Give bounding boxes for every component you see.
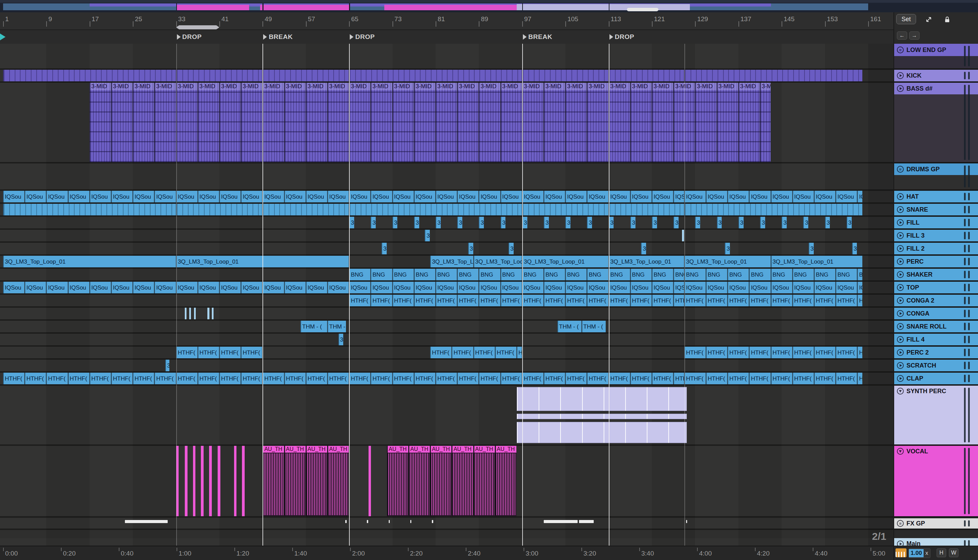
clip[interactable]: IQSou [68, 282, 89, 293]
clip[interactable] [189, 308, 191, 319]
clip[interactable]: THM - ( [582, 321, 606, 332]
clip[interactable]: HTHF( [814, 373, 835, 384]
clip[interactable]: HTHF( [836, 373, 857, 384]
clip[interactable]: HTHF( [706, 295, 727, 306]
clip[interactable]: HTHF( [90, 373, 111, 384]
clip[interactable]: IQSou [46, 191, 67, 202]
clip[interactable]: IQSou [609, 282, 630, 293]
clip[interactable]: 3-MID [652, 83, 673, 162]
clip[interactable] [522, 204, 609, 215]
clip[interactable]: 3 [501, 217, 506, 228]
clip[interactable]: BNG [393, 269, 414, 280]
clip[interactable]: IQSou [414, 191, 435, 202]
clip[interactable]: HTHF( [814, 347, 835, 358]
clip[interactable]: 3 [468, 243, 473, 254]
clip[interactable]: HTHF( [857, 347, 862, 358]
clip[interactable]: BNG [349, 269, 370, 280]
clip[interactable]: 3 [544, 217, 549, 228]
clip[interactable]: HTHF( [473, 347, 495, 358]
clip[interactable]: AU_TH [306, 446, 327, 516]
clip[interactable]: 3 [414, 217, 419, 228]
clip[interactable]: HTHF( [198, 373, 219, 384]
clip[interactable] [209, 446, 212, 516]
clip[interactable]: IQSou [68, 191, 89, 202]
clip[interactable]: 3 [457, 217, 462, 228]
clip[interactable]: BNG [706, 269, 727, 280]
clip[interactable]: IQSou [814, 282, 835, 293]
clip[interactable]: 3Q_LM3_Top_Loop_01 [609, 256, 684, 267]
clip[interactable] [349, 70, 522, 82]
clip[interactable]: HTHF( [219, 373, 241, 384]
clip[interactable]: 3-MID [371, 83, 392, 162]
track-header-synth-perc[interactable]: SYNTH PERC [894, 386, 978, 445]
clip[interactable]: IQSou [652, 191, 673, 202]
clip[interactable]: 3-MID [241, 83, 262, 162]
group-icon[interactable] [897, 520, 904, 527]
clip[interactable]: HTHF( [436, 373, 457, 384]
clip[interactable]: HTHF( [565, 295, 587, 306]
clip[interactable]: 3 [436, 217, 441, 228]
clip[interactable] [579, 520, 594, 523]
clip[interactable] [262, 204, 349, 215]
width-zoom-button[interactable]: W [949, 548, 958, 557]
clip[interactable]: 3-MID [522, 83, 543, 162]
clip[interactable]: 3-MID [414, 83, 435, 162]
clip[interactable]: 3 [809, 243, 814, 254]
clip[interactable] [345, 520, 347, 523]
clip[interactable]: BNG [544, 269, 565, 280]
play-icon[interactable] [897, 271, 904, 278]
play-icon[interactable] [897, 336, 904, 343]
clip[interactable]: IQSou [306, 282, 327, 293]
clip[interactable]: IQSou [771, 191, 792, 202]
clip[interactable]: HTHF( [219, 347, 241, 358]
clip[interactable] [201, 446, 204, 516]
clip[interactable]: BNG [522, 269, 543, 280]
clip[interactable]: HTHF( [706, 347, 727, 358]
clip[interactable]: HTHF( [836, 347, 857, 358]
clip[interactable]: IQSou [587, 191, 608, 202]
clip[interactable]: IQSou [241, 191, 262, 202]
clip[interactable]: HTHF( [727, 347, 749, 358]
clip[interactable]: HTHF( [198, 347, 219, 358]
clip[interactable]: IQSou [792, 282, 814, 293]
clip[interactable] [242, 446, 245, 516]
clip[interactable] [544, 520, 578, 523]
clip[interactable]: HTHF( [587, 373, 608, 384]
clip[interactable]: HTHF( [630, 373, 652, 384]
clip[interactable]: 3-MID [349, 83, 370, 162]
clip[interactable]: HTHF( [68, 373, 89, 384]
clip[interactable]: IQSou [771, 282, 792, 293]
loop-brace[interactable] [176, 25, 219, 29]
clip[interactable]: 3 [782, 217, 787, 228]
clip[interactable]: 3Q_LM3_Top_Loop_01 [430, 256, 473, 267]
clip[interactable]: 3-MID [111, 83, 132, 162]
clip[interactable]: BNG [652, 269, 673, 280]
clip[interactable]: IQSou [436, 191, 457, 202]
clip[interactable]: HTHF( [544, 373, 565, 384]
clip[interactable]: IQSou [857, 191, 862, 202]
clip[interactable]: IQSou [674, 282, 684, 293]
clip[interactable]: 3 [522, 217, 527, 228]
play-icon[interactable] [897, 258, 904, 265]
clip[interactable]: 3Q_LM3_Top_Loop_01 [522, 256, 609, 267]
clip[interactable]: 3 [479, 217, 484, 228]
clip[interactable]: HTHF( [241, 373, 262, 384]
play-icon[interactable] [897, 219, 904, 226]
clip[interactable]: HTHF( [749, 347, 770, 358]
clip[interactable]: HTHF( [495, 347, 517, 358]
clip[interactable]: BNG [749, 269, 770, 280]
clip[interactable]: HTHF( [771, 295, 792, 306]
clip[interactable]: IQSou [46, 282, 67, 293]
clip[interactable]: IQSou [749, 191, 770, 202]
clip[interactable]: 3-MID [457, 83, 478, 162]
play-icon[interactable] [897, 206, 904, 213]
clip[interactable]: 3 [803, 217, 808, 228]
clip[interactable]: AU_TH [387, 446, 408, 516]
clip[interactable]: IQSou [565, 191, 587, 202]
clip[interactable] [194, 308, 196, 319]
track-header-conga-2[interactable]: CONGA 2 [894, 295, 978, 306]
clip[interactable]: 3-MID [262, 83, 284, 162]
track-header-top[interactable]: TOP [894, 282, 978, 293]
clip[interactable] [125, 520, 168, 523]
play-icon[interactable] [897, 245, 904, 252]
